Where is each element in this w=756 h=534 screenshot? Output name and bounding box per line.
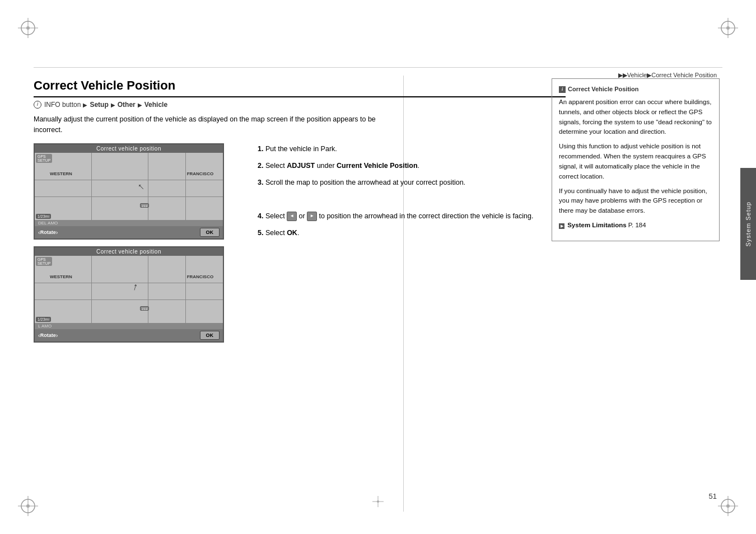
step-num-4: 4. — [258, 212, 263, 220]
screen-controls-1: ‹ Rotate › OK — [35, 226, 223, 238]
screen-mockup-1: Correct vehicle position WESTERN FRANCIS… — [34, 143, 224, 240]
screen-bottom-1: 1/23mi — [36, 214, 51, 219]
bottom-center-mark — [372, 496, 384, 509]
map-road-h1 — [35, 180, 223, 180]
step-1: 1. Put the vehicle in Park. — [258, 143, 566, 154]
inline-btn-right[interactable]: ► — [307, 212, 317, 221]
map-road-v2 — [148, 153, 148, 220]
page-number: 51 — [709, 492, 717, 500]
map-label-francisco-1: FRANCISCO — [187, 171, 214, 176]
map-label-western-2: WESTERN — [50, 274, 72, 279]
map-marker-2: 213 — [140, 306, 149, 311]
screen-map-2: WESTERN FRANCISCO ↑ 213 GPSSETUP 1/23mi — [35, 256, 223, 323]
breadcrumb-part-0: INFO button — [44, 101, 81, 109]
content-columns: Correct vehicle position WESTERN FRANCIS… — [34, 143, 566, 349]
svg-point-3 — [26, 26, 30, 30]
ctrl-ok-1[interactable]: OK — [200, 228, 220, 237]
sub-breadcrumb: i INFO button ▶ Setup ▶ Other ▶ Vehicle — [34, 101, 566, 109]
ctrl-rotate-label-1: Rotate — [40, 229, 56, 235]
info-box-icon: i — [559, 86, 566, 93]
screen-map-1: WESTERN FRANCISCO ↑ 213 GPSSETUP 1/23mi — [35, 153, 223, 220]
page-title: Correct Vehicle Position — [34, 78, 566, 97]
info-link: ▶ System Limitations P. 184 — [559, 221, 712, 231]
step-text-2: Select ADJUST under Current Vehicle Posi… — [265, 162, 419, 170]
info-para-3: If you continually have to adjust the ve… — [559, 186, 712, 216]
map-road-v5 — [148, 256, 148, 323]
screen-sub-info-1: DEL AMO — [35, 220, 223, 226]
step-text-3: Scroll the map to position the arrowhead… — [265, 179, 465, 186]
map-arrow-1: ↑ — [135, 181, 147, 193]
info-box-title: i Correct Vehicle Position — [559, 85, 712, 94]
screen-title-2: Correct vehicle position — [35, 247, 223, 256]
breadcrumb-part-2: Other — [118, 101, 136, 109]
info-box: i Correct Vehicle Position An apparent p… — [552, 78, 720, 241]
breadcrumb-part-3: Vehicle — [144, 101, 167, 109]
screen-corner-2: GPSSETUP — [36, 257, 52, 266]
screen-controls-2: ‹ Rotate › OK — [35, 329, 223, 341]
top-rule — [34, 67, 722, 68]
map-marker-1: 213 — [140, 203, 149, 208]
inline-btn-left[interactable]: ◄ — [287, 212, 297, 221]
step-3: 3. Scroll the map to position the arrowh… — [258, 177, 566, 188]
steps-list: 1. Put the vehicle in Park. 2. Select AD… — [258, 143, 566, 238]
corner-mark-br — [717, 495, 739, 517]
screen-body-2: WESTERN FRANCISCO ↑ 213 GPSSETUP 1/23mi — [35, 256, 223, 323]
svg-point-15 — [726, 504, 730, 508]
ctrl-rotate-label-2: Rotate — [40, 332, 56, 338]
corner-mark-bl — [17, 495, 39, 517]
breadcrumb-arrow-3: ▶ — [138, 102, 142, 108]
step-num-3: 3. — [258, 179, 263, 186]
screen-body-1: WESTERN FRANCISCO ↑ 213 GPSSETUP 1/23mi — [35, 153, 223, 220]
svg-point-11 — [26, 504, 30, 508]
svg-point-7 — [726, 26, 730, 30]
corner-mark-tr — [717, 17, 739, 39]
screen-corner-1: GPSSETUP — [36, 154, 52, 163]
left-column: Correct vehicle position WESTERN FRANCIS… — [34, 143, 241, 349]
map-road-v4 — [91, 256, 92, 323]
corner-mark-tl — [17, 17, 39, 39]
screen-bottom-2: 1/23mi — [36, 317, 51, 322]
info-para-2: Using this function to adjust vehicle po… — [559, 142, 712, 181]
link-text[interactable]: System Limitations — [567, 222, 626, 228]
step-4: 4. Select ◄ or ► to position the arrowhe… — [258, 210, 566, 222]
main-content: Correct Vehicle Position i INFO button ▶… — [34, 78, 566, 489]
step-text-4: Select ◄ or ► to position the arrowhead … — [265, 212, 533, 220]
svg-point-18 — [377, 500, 379, 503]
map-road-v6 — [185, 256, 186, 323]
breadcrumb-arrow-1: ▶ — [83, 102, 87, 108]
step-2: 2. Select ADJUST under Current Vehicle P… — [258, 160, 566, 171]
screen-sub-info-2: L AMO — [35, 323, 223, 329]
ctrl-ok-2[interactable]: OK — [200, 331, 220, 340]
step-5: 5. Select OK. — [258, 227, 566, 238]
ctrl-right-arrow-1[interactable]: › — [56, 229, 58, 236]
map-road-h2 — [35, 196, 223, 197]
map-road-v3 — [185, 153, 186, 220]
map-label-western-1: WESTERN — [50, 171, 72, 176]
step-text-1: Put the vehicle in Park. — [265, 145, 337, 153]
screen-title-1: Correct vehicle position — [35, 144, 223, 153]
step-num-2: 2. — [258, 162, 263, 170]
page-description: Manually adjust the current position of … — [34, 114, 398, 135]
map-road-h3 — [35, 283, 223, 283]
step-text-5: Select OK. — [265, 229, 299, 237]
right-column: 1. Put the vehicle in Park. 2. Select AD… — [258, 143, 566, 349]
link-icon: ▶ — [559, 223, 564, 229]
sidebar-label: System Setup — [740, 168, 756, 280]
step-num-5: 5. — [258, 229, 263, 237]
map-road-h4 — [35, 299, 223, 300]
info-panel: i Correct Vehicle Position An apparent p… — [552, 78, 720, 241]
ctrl-right-arrow-2[interactable]: › — [56, 332, 58, 339]
screen-mockup-2: Correct vehicle position WESTERN FRANCIS… — [34, 246, 224, 343]
info-icon: i — [34, 101, 41, 109]
breadcrumb-arrow-2: ▶ — [111, 102, 115, 108]
map-label-francisco-2: FRANCISCO — [187, 274, 214, 279]
info-para-1: An apparent position error can occur whe… — [559, 97, 712, 137]
breadcrumb-part-1: Setup — [90, 101, 108, 109]
map-road-v1 — [91, 153, 92, 220]
step-num-1: 1. — [258, 145, 263, 153]
